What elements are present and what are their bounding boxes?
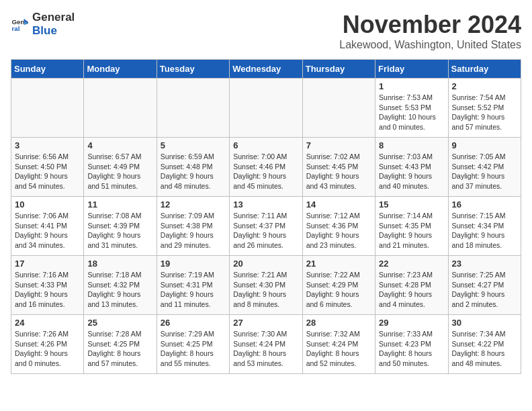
calendar-subtitle: Lakewood, Washington, United States bbox=[339, 39, 521, 51]
day-info: Sunrise: 7:34 AM Sunset: 4:22 PM Dayligh… bbox=[452, 329, 517, 369]
day-number: 26 bbox=[161, 318, 226, 328]
calendar-cell: 26Sunrise: 7:29 AM Sunset: 4:25 PM Dayli… bbox=[157, 315, 229, 374]
calendar-title: November 2024 bbox=[339, 11, 521, 39]
calendar-cell bbox=[84, 79, 157, 138]
day-number: 22 bbox=[379, 259, 444, 269]
calendar-cell: 19Sunrise: 7:19 AM Sunset: 4:31 PM Dayli… bbox=[157, 256, 229, 315]
calendar-table: SundayMondayTuesdayWednesdayThursdayFrid… bbox=[11, 59, 521, 374]
day-number: 6 bbox=[233, 140, 298, 150]
page-header: Gene ral General Blue November 2024 Lake… bbox=[11, 11, 521, 51]
calendar-cell: 7Sunrise: 7:02 AM Sunset: 4:45 PM Daylig… bbox=[302, 138, 375, 197]
day-info: Sunrise: 7:08 AM Sunset: 4:39 PM Dayligh… bbox=[87, 211, 152, 250]
day-number: 27 bbox=[233, 318, 298, 328]
day-info: Sunrise: 7:02 AM Sunset: 4:45 PM Dayligh… bbox=[306, 152, 371, 191]
day-number: 18 bbox=[87, 259, 152, 269]
calendar-cell: 5Sunrise: 6:59 AM Sunset: 4:48 PM Daylig… bbox=[157, 138, 229, 197]
calendar-cell: 29Sunrise: 7:33 AM Sunset: 4:23 PM Dayli… bbox=[375, 315, 448, 374]
day-info: Sunrise: 7:16 AM Sunset: 4:33 PM Dayligh… bbox=[15, 270, 80, 310]
calendar-cell: 22Sunrise: 7:23 AM Sunset: 4:28 PM Dayli… bbox=[375, 256, 448, 315]
day-number: 13 bbox=[233, 199, 298, 210]
day-number: 24 bbox=[15, 318, 80, 328]
weekday-header: Saturday bbox=[448, 60, 521, 79]
calendar-cell: 25Sunrise: 7:28 AM Sunset: 4:25 PM Dayli… bbox=[84, 315, 157, 374]
calendar-cell: 6Sunrise: 7:00 AM Sunset: 4:46 PM Daylig… bbox=[230, 138, 302, 197]
day-number: 2 bbox=[452, 81, 517, 91]
logo-icon: Gene ral bbox=[11, 15, 30, 34]
calendar-cell: 15Sunrise: 7:14 AM Sunset: 4:35 PM Dayli… bbox=[375, 197, 448, 256]
day-info: Sunrise: 7:05 AM Sunset: 4:42 PM Dayligh… bbox=[452, 152, 517, 191]
calendar-cell: 23Sunrise: 7:25 AM Sunset: 4:27 PM Dayli… bbox=[448, 256, 521, 315]
calendar-cell: 13Sunrise: 7:11 AM Sunset: 4:37 PM Dayli… bbox=[230, 197, 302, 256]
calendar-cell: 2Sunrise: 7:54 AM Sunset: 5:52 PM Daylig… bbox=[448, 79, 521, 138]
weekday-header: Tuesday bbox=[157, 60, 229, 79]
day-info: Sunrise: 7:53 AM Sunset: 5:53 PM Dayligh… bbox=[379, 93, 444, 132]
day-info: Sunrise: 7:03 AM Sunset: 4:43 PM Dayligh… bbox=[379, 152, 444, 191]
day-info: Sunrise: 7:22 AM Sunset: 4:29 PM Dayligh… bbox=[306, 270, 371, 310]
day-number: 11 bbox=[87, 199, 152, 210]
calendar-cell: 24Sunrise: 7:26 AM Sunset: 4:26 PM Dayli… bbox=[11, 315, 84, 374]
logo-line1: General bbox=[32, 11, 75, 24]
calendar-cell bbox=[157, 79, 229, 138]
day-number: 10 bbox=[15, 199, 80, 210]
day-info: Sunrise: 6:57 AM Sunset: 4:49 PM Dayligh… bbox=[87, 152, 152, 191]
day-number: 30 bbox=[452, 318, 517, 328]
day-number: 21 bbox=[306, 259, 371, 269]
day-number: 8 bbox=[379, 140, 444, 150]
calendar-cell bbox=[11, 79, 84, 138]
calendar-cell: 20Sunrise: 7:21 AM Sunset: 4:30 PM Dayli… bbox=[230, 256, 302, 315]
day-info: Sunrise: 7:30 AM Sunset: 4:24 PM Dayligh… bbox=[233, 329, 298, 369]
calendar-week-row: 10Sunrise: 7:06 AM Sunset: 4:41 PM Dayli… bbox=[11, 197, 521, 256]
day-info: Sunrise: 7:12 AM Sunset: 4:36 PM Dayligh… bbox=[306, 211, 371, 250]
logo-line2: Blue bbox=[32, 24, 75, 38]
day-number: 23 bbox=[452, 259, 517, 269]
calendar-week-row: 24Sunrise: 7:26 AM Sunset: 4:26 PM Dayli… bbox=[11, 315, 521, 374]
day-number: 15 bbox=[379, 199, 444, 210]
day-number: 4 bbox=[87, 140, 152, 150]
weekday-header-row: SundayMondayTuesdayWednesdayThursdayFrid… bbox=[11, 60, 521, 79]
calendar-cell: 16Sunrise: 7:15 AM Sunset: 4:34 PM Dayli… bbox=[448, 197, 521, 256]
day-info: Sunrise: 7:11 AM Sunset: 4:37 PM Dayligh… bbox=[233, 211, 298, 250]
day-info: Sunrise: 7:29 AM Sunset: 4:25 PM Dayligh… bbox=[161, 329, 226, 369]
day-info: Sunrise: 7:09 AM Sunset: 4:38 PM Dayligh… bbox=[161, 211, 226, 250]
calendar-cell: 30Sunrise: 7:34 AM Sunset: 4:22 PM Dayli… bbox=[448, 315, 521, 374]
calendar-cell: 27Sunrise: 7:30 AM Sunset: 4:24 PM Dayli… bbox=[230, 315, 302, 374]
day-info: Sunrise: 7:32 AM Sunset: 4:24 PM Dayligh… bbox=[306, 329, 371, 369]
day-info: Sunrise: 6:59 AM Sunset: 4:48 PM Dayligh… bbox=[161, 152, 226, 191]
day-info: Sunrise: 7:33 AM Sunset: 4:23 PM Dayligh… bbox=[379, 329, 444, 369]
day-number: 7 bbox=[306, 140, 371, 150]
day-number: 25 bbox=[87, 318, 152, 328]
svg-text:ral: ral bbox=[11, 25, 19, 32]
calendar-cell: 4Sunrise: 6:57 AM Sunset: 4:49 PM Daylig… bbox=[84, 138, 157, 197]
day-info: Sunrise: 7:54 AM Sunset: 5:52 PM Dayligh… bbox=[452, 93, 517, 132]
calendar-week-row: 1Sunrise: 7:53 AM Sunset: 5:53 PM Daylig… bbox=[11, 79, 521, 138]
day-info: Sunrise: 6:56 AM Sunset: 4:50 PM Dayligh… bbox=[15, 152, 80, 191]
day-number: 9 bbox=[452, 140, 517, 150]
day-info: Sunrise: 7:23 AM Sunset: 4:28 PM Dayligh… bbox=[379, 270, 444, 310]
weekday-header: Thursday bbox=[302, 60, 375, 79]
calendar-cell bbox=[230, 79, 302, 138]
day-info: Sunrise: 7:18 AM Sunset: 4:32 PM Dayligh… bbox=[87, 270, 152, 310]
calendar-cell: 3Sunrise: 6:56 AM Sunset: 4:50 PM Daylig… bbox=[11, 138, 84, 197]
day-number: 12 bbox=[161, 199, 226, 210]
day-number: 1 bbox=[379, 81, 444, 91]
day-number: 16 bbox=[452, 199, 517, 210]
day-number: 14 bbox=[306, 199, 371, 210]
calendar-cell: 11Sunrise: 7:08 AM Sunset: 4:39 PM Dayli… bbox=[84, 197, 157, 256]
calendar-cell: 1Sunrise: 7:53 AM Sunset: 5:53 PM Daylig… bbox=[375, 79, 448, 138]
weekday-header: Monday bbox=[84, 60, 157, 79]
calendar-cell: 14Sunrise: 7:12 AM Sunset: 4:36 PM Dayli… bbox=[302, 197, 375, 256]
day-number: 17 bbox=[15, 259, 80, 269]
day-info: Sunrise: 7:21 AM Sunset: 4:30 PM Dayligh… bbox=[233, 270, 298, 310]
day-info: Sunrise: 7:15 AM Sunset: 4:34 PM Dayligh… bbox=[452, 211, 517, 250]
calendar-cell: 12Sunrise: 7:09 AM Sunset: 4:38 PM Dayli… bbox=[157, 197, 229, 256]
calendar-cell: 28Sunrise: 7:32 AM Sunset: 4:24 PM Dayli… bbox=[302, 315, 375, 374]
day-number: 19 bbox=[161, 259, 226, 269]
calendar-week-row: 17Sunrise: 7:16 AM Sunset: 4:33 PM Dayli… bbox=[11, 256, 521, 315]
calendar-cell: 9Sunrise: 7:05 AM Sunset: 4:42 PM Daylig… bbox=[448, 138, 521, 197]
title-section: November 2024 Lakewood, Washington, Unit… bbox=[339, 11, 521, 51]
day-number: 20 bbox=[233, 259, 298, 269]
day-info: Sunrise: 7:26 AM Sunset: 4:26 PM Dayligh… bbox=[15, 329, 80, 369]
calendar-cell: 17Sunrise: 7:16 AM Sunset: 4:33 PM Dayli… bbox=[11, 256, 84, 315]
calendar-cell: 8Sunrise: 7:03 AM Sunset: 4:43 PM Daylig… bbox=[375, 138, 448, 197]
day-info: Sunrise: 7:06 AM Sunset: 4:41 PM Dayligh… bbox=[15, 211, 80, 250]
